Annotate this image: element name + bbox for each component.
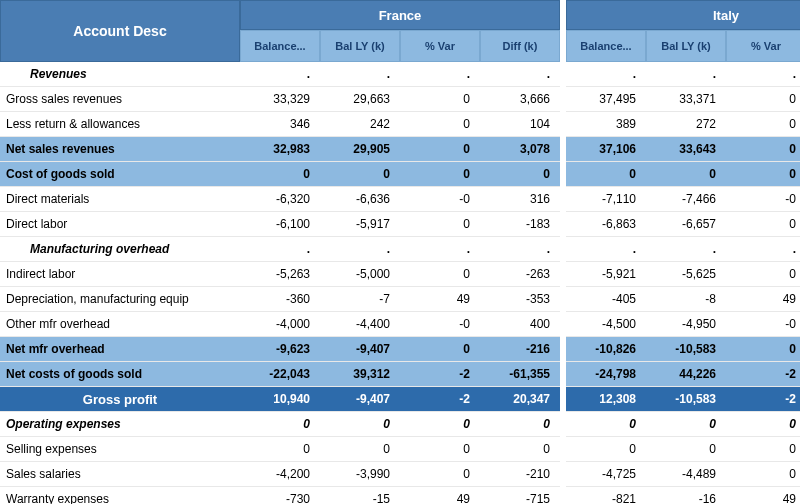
table-row: 10,940-9,407-220,347 [240,387,560,412]
table-row: 37,10633,64303,4 [566,137,800,162]
data-cell: -6,100 [240,212,320,237]
column-header[interactable]: % Var [726,30,800,62]
data-cell: -6,320 [240,187,320,212]
data-cell: -216 [480,337,560,362]
data-cell: . [726,62,800,87]
data-cell: 37,106 [566,137,646,162]
data-cell: -4,000 [240,312,320,337]
data-cell: -10,583 [646,337,726,362]
data-cell: 0 [400,462,480,487]
data-cell: -6,636 [320,187,400,212]
data-cell: 0 [400,87,480,112]
data-cell: . [240,237,320,262]
data-cell: -16 [646,487,726,504]
table-row: -821-1649-8 [566,487,800,504]
data-cell: . [480,62,560,87]
data-cell: 272 [646,112,726,137]
data-cell: -15 [320,487,400,504]
data-cell: -5,917 [320,212,400,237]
data-cell: 29,905 [320,137,400,162]
column-header[interactable]: Balance... [566,30,646,62]
data-cell: . [726,237,800,262]
table-row: -4,725-4,4890-2 [566,462,800,487]
table-row: -4,500-4,950-04 [566,312,800,337]
table-row: -4,200-3,9900-210 [240,462,560,487]
data-cell: -2 [400,362,480,387]
data-cell: -2 [400,387,480,412]
data-cell: 29,663 [320,87,400,112]
table-row: .... [240,62,560,87]
row-label: Warranty expenses [0,487,240,504]
data-cell: -263 [480,262,560,287]
table-row: 000 [566,412,800,437]
data-cell: 0 [726,437,800,462]
data-cell: -5,625 [646,262,726,287]
column-header[interactable]: Bal LY (k) [320,30,400,62]
column-header[interactable]: Bal LY (k) [646,30,726,62]
data-cell: -10,583 [646,387,726,412]
table-row: -5,263-5,0000-263 [240,262,560,287]
data-cell: 0 [400,137,480,162]
data-cell: -7 [320,287,400,312]
data-cell: -183 [480,212,560,237]
data-cell: 316 [480,187,560,212]
table-row: -730-1549-715 [240,487,560,504]
table-row: -24,79844,226-2-69,0 [566,362,800,387]
column-header[interactable]: % Var [400,30,480,62]
data-cell: 10,940 [240,387,320,412]
row-label: Direct materials [0,187,240,212]
account-desc-header: Account Desc [0,0,240,62]
data-cell: 0 [400,337,480,362]
data-cell: . [646,62,726,87]
data-cell: 0 [726,412,800,437]
table-row: -5,921-5,6250-2 [566,262,800,287]
country-header: France [240,0,560,30]
data-cell: -730 [240,487,320,504]
table-row: -4,000-4,400-0400 [240,312,560,337]
table-row: -360-749-353 [240,287,560,312]
data-cell: 12,308 [566,387,646,412]
data-cell: 33,643 [646,137,726,162]
data-cell: -4,500 [566,312,646,337]
data-cell: 0 [400,437,480,462]
data-cell: -821 [566,487,646,504]
row-label: Net mfr overhead [0,337,240,362]
country-column-france: FranceBalance...Bal LY (k)% VarDiff (k).… [240,0,560,504]
data-cell: 33,371 [646,87,726,112]
data-cell: -4,400 [320,312,400,337]
data-cell: 0 [566,437,646,462]
data-cell: -4,489 [646,462,726,487]
data-cell: 0 [646,162,726,187]
data-cell: . [320,237,400,262]
data-cell: 0 [240,162,320,187]
data-cell: -5,921 [566,262,646,287]
data-cell: 49 [400,287,480,312]
column-header[interactable]: Balance... [240,30,320,62]
data-cell: -210 [480,462,560,487]
data-cell: -715 [480,487,560,504]
row-label: Selling expenses [0,437,240,462]
data-cell: 0 [726,137,800,162]
data-cell: . [566,237,646,262]
row-label: Gross profit [0,387,240,412]
financial-table: Account DescRevenuesGross sales revenues… [0,0,800,504]
data-cell: 32,983 [240,137,320,162]
data-cell: -6,863 [566,212,646,237]
data-cell: 0 [726,162,800,187]
data-cell: 0 [480,412,560,437]
table-row: 0000 [240,162,560,187]
data-cell: 0 [320,162,400,187]
data-cell: 0 [566,162,646,187]
table-row: -6,863-6,6570-2 [566,212,800,237]
data-cell: -4,725 [566,462,646,487]
data-cell: -0 [726,187,800,212]
table-row: 33,32929,66303,666 [240,87,560,112]
data-cell: 0 [566,412,646,437]
table-row: 0000 [240,412,560,437]
data-cell: . [480,237,560,262]
column-header[interactable]: Diff (k) [480,30,560,62]
row-label: Direct labor [0,212,240,237]
row-label: Less return & allowances [0,112,240,137]
data-cell: . [320,62,400,87]
data-cell: . [566,62,646,87]
